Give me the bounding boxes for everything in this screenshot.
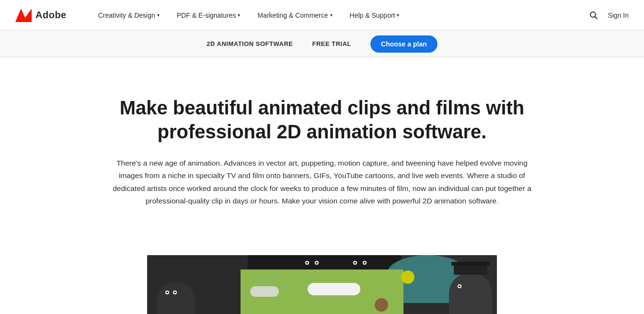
hero-body-text: There's a new age of animation. Advances… [106,157,538,207]
sub-nav-free-trial[interactable]: Free Trial [312,40,351,47]
nav-link-marketing-commerce[interactable]: Marketing & Commerce ▾ [249,0,341,31]
eye-right [173,291,177,294]
floating-eye-2 [315,261,319,265]
nav-link-help-support[interactable]: Help & Support ▾ [341,0,408,31]
chevron-down-icon: ▾ [397,12,399,18]
eye-pupil-4 [364,262,366,264]
nav-link-pdf-esignatures[interactable]: PDF & E-signatures ▾ [168,0,249,31]
nav-actions: Sign In [589,11,629,20]
rain-drop-4 [284,285,285,289]
eye-pupil [166,292,168,293]
main-navigation: Adobe Creativity & Design ▾ PDF & E-sign… [0,0,644,31]
chevron-down-icon: ▾ [238,12,240,18]
nav-link-creativity-design[interactable]: Creativity & Design ▾ [90,0,168,31]
hat-brim [451,262,490,266]
sub-navigation: 2D ANIMATION SOFTWARE Free Trial Choose … [0,31,644,57]
eye-left [165,291,169,294]
svg-line-3 [595,16,598,19]
animation-preview [147,255,497,314]
cloud-2 [308,283,360,295]
cloud-1 [250,286,279,297]
floating-eye-1 [305,261,309,265]
brand-name: Adobe [35,10,67,21]
chevron-down-icon: ▾ [330,12,333,18]
search-button[interactable] [589,11,598,20]
rain-drop-1 [262,277,263,280]
choose-plan-button[interactable]: Choose a plan [370,35,437,53]
chevron-down-icon: ▾ [157,12,160,18]
rain-drop-2 [269,281,270,285]
nav-link-label: Help & Support [350,11,395,19]
rain-drop-3 [276,274,277,278]
eye-pupil-3 [354,262,356,264]
dark-figure-right [449,272,492,314]
adobe-icon [15,9,32,22]
eye-pupil-2 [316,262,318,264]
eye-pupil [459,285,460,287]
sign-in-link[interactable]: Sign In [608,11,629,19]
floating-eye-3 [353,261,357,265]
right-fig-eye-1 [458,284,461,288]
eye-pupil-1 [306,262,308,264]
nav-link-label: PDF & E-signatures [177,11,236,19]
hero-section: Make beautiful animated clips and films … [0,57,644,236]
hat-shape [454,265,487,275]
hero-heading: Make beautiful animated clips and films … [96,96,548,144]
nav-link-label: Marketing & Commerce [257,11,328,19]
nav-link-label: Creativity & Design [98,11,155,19]
adobe-logo-link[interactable]: Adobe [15,9,67,22]
floating-eye-4 [363,261,367,265]
search-icon [589,11,598,20]
rain-drop-5 [291,278,292,282]
sub-nav-2d-animation[interactable]: 2D ANIMATION SOFTWARE [207,40,293,47]
eye-pupil [174,292,176,293]
nav-links-container: Creativity & Design ▾ PDF & E-signatures… [90,0,590,31]
animation-scene [147,255,497,314]
hero-image-container [0,236,644,314]
